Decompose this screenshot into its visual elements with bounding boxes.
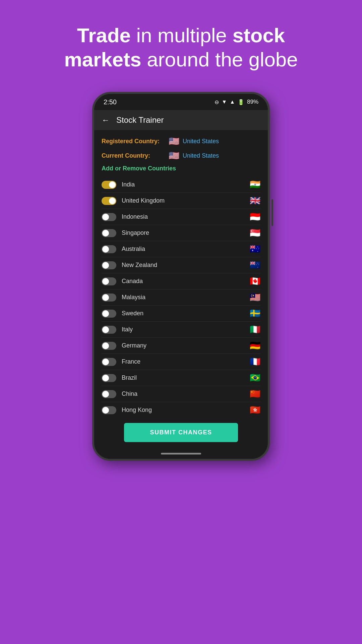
registered-country-row: Registered Country: 🇺🇸 United States [102, 136, 260, 147]
country-list-item: China🇨🇳 [102, 386, 260, 402]
dnd-icon: ⊖ [215, 99, 219, 105]
registered-country-label: Registered Country: [102, 138, 169, 145]
toggle-knob [102, 246, 109, 253]
toggle-indonesia[interactable] [102, 213, 116, 221]
country-name: Australia [122, 246, 250, 253]
registered-country-name: United States [183, 138, 219, 145]
app-title: Stock Trainer [116, 115, 164, 125]
country-flag: 🇦🇺 [250, 244, 260, 254]
country-name: Canada [122, 278, 250, 285]
country-name: Germany [122, 342, 250, 349]
status-icons: ⊖ ▼ ▲ 🔋 89% [215, 99, 258, 105]
country-flag: 🇸🇪 [250, 308, 260, 319]
signal-icon: ▲ [230, 99, 235, 105]
toggle-knob [102, 310, 109, 317]
toggle-knob [102, 375, 109, 381]
country-flag: 🇨🇦 [250, 276, 260, 286]
country-name: Italy [122, 326, 250, 333]
country-list-item: Canada🇨🇦 [102, 273, 260, 289]
country-list-item: Indonesia🇮🇩 [102, 209, 260, 225]
toggle-canada[interactable] [102, 277, 116, 285]
country-name: Brazil [122, 374, 250, 381]
country-name: Indonesia [122, 213, 250, 220]
phone-device: 2:50 ⊖ ▼ ▲ 🔋 89% ← Stock Trainer Registe… [92, 92, 270, 461]
side-button [272, 199, 273, 226]
battery-icon: 🔋 [238, 99, 244, 105]
toggle-knob [109, 198, 116, 204]
country-flag: 🇮🇳 [250, 179, 260, 190]
country-list-item: United Kingdom🇬🇧 [102, 193, 260, 209]
country-name: United Kingdom [122, 197, 250, 204]
back-button[interactable]: ← [102, 115, 110, 125]
content-area: Registered Country: 🇺🇸 United States Cur… [94, 130, 268, 416]
country-list-item: Sweden🇸🇪 [102, 306, 260, 322]
toggle-germany[interactable] [102, 342, 116, 350]
toggle-knob [102, 294, 109, 301]
battery-percent: 89% [247, 99, 258, 105]
toggle-new-zealand[interactable] [102, 261, 116, 269]
country-flag: 🇩🇪 [250, 340, 260, 351]
country-list-item: India🇮🇳 [102, 177, 260, 193]
country-flag: 🇭🇰 [250, 405, 260, 415]
toggle-knob [102, 230, 109, 236]
phone-screen: 2:50 ⊖ ▼ ▲ 🔋 89% ← Stock Trainer Registe… [92, 92, 270, 461]
toggle-sweden[interactable] [102, 310, 116, 318]
country-flag: 🇸🇬 [250, 228, 260, 238]
country-list-item: Brazil🇧🇷 [102, 370, 260, 386]
home-indicator [94, 448, 268, 459]
bottom-area: SUBMIT CHANGES [94, 416, 268, 448]
country-list-item: Hong Kong🇭🇰 [102, 402, 260, 416]
app-header: ← Stock Trainer [94, 110, 268, 130]
toggle-india[interactable] [102, 181, 116, 189]
toggle-knob [102, 214, 109, 220]
toggle-france[interactable] [102, 358, 116, 366]
toggle-knob [102, 326, 109, 333]
toggle-knob [102, 342, 109, 349]
headline: Trade in multiple stockmarkets around th… [44, 23, 318, 72]
toggle-knob [102, 391, 109, 397]
country-name: China [122, 390, 250, 397]
country-flag: 🇨🇳 [250, 389, 260, 399]
status-bar: 2:50 ⊖ ▼ ▲ 🔋 89% [94, 94, 268, 110]
current-country-flag: 🇺🇸 [169, 151, 179, 161]
submit-changes-button[interactable]: SUBMIT CHANGES [124, 423, 238, 442]
country-list-item: Australia🇦🇺 [102, 241, 260, 257]
toggle-china[interactable] [102, 390, 116, 398]
country-list-item: France🇫🇷 [102, 354, 260, 370]
toggle-singapore[interactable] [102, 229, 116, 237]
toggle-united-kingdom[interactable] [102, 197, 116, 205]
country-name: Hong Kong [122, 407, 250, 414]
toggle-australia[interactable] [102, 245, 116, 253]
country-list-item: New Zealand🇳🇿 [102, 257, 260, 273]
country-name: France [122, 358, 250, 365]
country-name: Singapore [122, 229, 250, 236]
country-name: India [122, 181, 250, 188]
headline-around: around the globe [141, 48, 298, 71]
country-flag: 🇫🇷 [250, 357, 260, 367]
wifi-icon: ▼ [222, 99, 227, 105]
country-list-item: Italy🇮🇹 [102, 322, 260, 338]
registered-country-flag: 🇺🇸 [169, 136, 179, 147]
toggle-malaysia[interactable] [102, 293, 116, 302]
country-flag: 🇳🇿 [250, 260, 260, 270]
toggle-brazil[interactable] [102, 374, 116, 382]
toggle-knob [102, 262, 109, 269]
current-country-row: Current Country: 🇺🇸 United States [102, 151, 260, 161]
country-flag: 🇲🇾 [250, 292, 260, 303]
country-flag: 🇮🇹 [250, 324, 260, 335]
country-name: New Zealand [122, 262, 250, 269]
status-time: 2:50 [104, 98, 117, 106]
headline-in-multiple: in multiple [131, 24, 232, 47]
country-name: Sweden [122, 310, 250, 317]
country-flag: 🇧🇷 [250, 373, 260, 383]
toggle-knob [102, 359, 109, 365]
toggle-knob [109, 181, 116, 188]
country-list-item: Germany🇩🇪 [102, 338, 260, 354]
country-flag: 🇮🇩 [250, 212, 260, 222]
toggle-hong-kong[interactable] [102, 406, 116, 414]
toggle-italy[interactable] [102, 326, 116, 334]
country-list: India🇮🇳United Kingdom🇬🇧Indonesia🇮🇩Singap… [102, 177, 260, 416]
current-country-name: United States [183, 152, 219, 159]
country-list-item: Malaysia🇲🇾 [102, 289, 260, 306]
country-name: Malaysia [122, 294, 250, 301]
